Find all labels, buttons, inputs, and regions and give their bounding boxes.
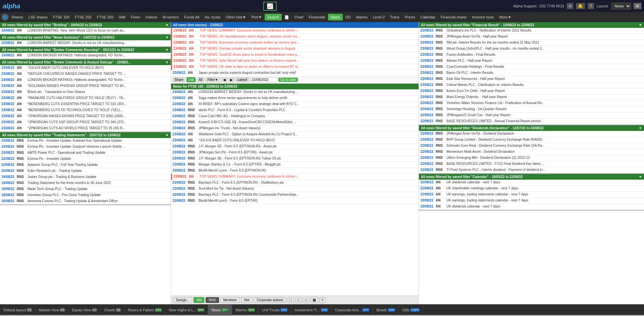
list-item[interactable]: 23/08/22RNSBarclays PLC - Form 8.5 (EPT/… [171,192,419,198]
list-item[interactable]: 22/08/22RNSMomentum Multi-Asset - Divide… [419,149,644,155]
list-item[interactable]: 22/08/22RNSSovereign Housing - 1st Quart… [419,106,644,112]
nav-shares[interactable]: Shares [9,14,26,20]
list-item[interactable]: 23/08/22ANTOP NEWS SUMMARY: Eurozone eco… [171,174,419,180]
bell-icon-btn[interactable]: 🔔 [576,3,585,9]
list-item[interactable]: 22/08/22RNSTI Fluid Systems PLC - Interi… [419,167,644,173]
list-btn[interactable]: List [186,77,196,82]
list-item[interactable]: 23/08/22RNSBaron Oil PLC - Interim Resul… [419,70,644,76]
list-item[interactable]: 23/08/22ANTOP NEWS: South32 drops plans … [171,52,419,58]
tab-default-layout[interactable]: Default layout F5 [0,305,36,315]
nav-chart[interactable]: Chart [292,14,306,20]
list-item[interactable]: 23/08/22RNSJ.P. Morgan SE - Form 8.5 (EP… [171,156,419,162]
left-scroll[interactable]: All news filtered by saved filter "Brief… [0,22,171,304]
list-item[interactable]: 23/08/22AN*JULIUS BAER CUTS UNILEVER TO … [0,65,171,71]
list-item[interactable]: 23/08/22RNSRM plc: Interim Results for t… [419,40,644,46]
nav-other-lists[interactable]: Other lists▼ [223,14,249,20]
tab-market-view[interactable]: Market View F6 [36,305,69,315]
nav-ftse250[interactable]: FTSE 250 [72,14,94,20]
tab-corporate-acti[interactable]: Corporate Acti... CF7 [332,305,373,315]
list-item[interactable]: 23/08/22AN*BERENBERG CUTS FD TECHNOLOGIE… [0,107,171,114]
nav-dd[interactable]: DD [343,14,354,20]
nav-forex[interactable]: Forex [128,14,143,20]
nav-search[interactable]: Search [265,14,282,20]
tab-investment-tr[interactable]: Investment Tr... CF6 [291,305,331,315]
mentions-btn[interactable]: Mentions [220,297,240,303]
list-item[interactable]: 22/08/22RNSUtilico Emerging Mkt - Divide… [419,155,644,161]
list-item[interactable]: 23/08/22RNSJ.P. Morgan SE - Form 8.5 (EP… [171,144,419,150]
list-item[interactable]: 23/08/22ANTOP NEWS: Eurozone economy con… [171,40,419,46]
list-item[interactable]: 23/08/22ANTOP NEWS: John Wood half-year … [171,58,419,64]
list-item[interactable]: 23/08/22RNSCritical Metals PLC - Clarifi… [419,82,644,88]
list-item[interactable]: 23/08/22AN*BERENBERG CUTS ESSENTRA PRICE… [0,101,171,107]
list-item[interactable]: 23/08/22RNSFusion Antibodies - Final Res… [419,52,644,58]
list-item[interactable]: 23/08/22RNSScot.Mort Inv Tst - Net Asset… [171,186,419,192]
list-item[interactable]: 23/08/22ANIN BRIEF: BP's subsidiary Cast… [171,101,419,107]
list-item[interactable]: 23/08/22RNSGlobaltrans Inv PLC - Notific… [419,28,644,34]
list-item[interactable]: 23/08/22RNSEvrima Plc - Investee Update:… [0,138,171,144]
corporate-actions-btn[interactable]: Corporate actions [254,297,286,303]
list-item[interactable]: 19/08/22RNSJoules Group plc - Trading & … [0,174,171,180]
all-btn[interactable]: All [197,77,204,82]
list-item[interactable]: 22/08/22RNSBASE RESOURCES LIMITED - FY22… [419,161,644,167]
view-icon4-btn[interactable]: ▦ [311,297,318,303]
rns-btn[interactable]: RNS [206,297,219,303]
list-item[interactable]: 23/08/22AN*JPMORGAN CUTS AO WORLD PRICE … [0,126,171,132]
nav-prices[interactable]: Prices [402,14,418,20]
list-item[interactable]: 23/08/22ANSaga makes three senior appoin… [171,95,419,101]
list-item[interactable]: 23/08/22AN*JPMORGAN CUTS SSP GROUP PRICE… [0,120,171,126]
latest-btn[interactable]: Latest! [235,77,250,82]
br-scroll[interactable]: ▼ [165,48,169,52]
list-item[interactable]: 23/08/22ANTOP NEWS: UK manufacturers ree… [171,34,419,40]
list-item[interactable]: 18/08/22RNSAeorema Comms PLC - Trading U… [0,198,171,205]
nav-doc[interactable]: 📄 [282,14,292,21]
prev-btn[interactable]: ◀ [221,77,227,82]
list-item[interactable]: 23/08/22RNSBarclays PLC - Form 8.5 (EPT/… [171,180,419,186]
view-icon2-btn[interactable]: □ [295,297,302,303]
list-item[interactable]: 23/08/22 AN LONDON BROKER RATINGS: Halfo… [0,53,171,59]
list-item[interactable]: 19/08/22ANUK dividends calendar - next 7… [419,204,644,210]
nav-trans[interactable]: Trans [387,14,402,20]
list-item[interactable]: 22/08/22RNSYorkshire Water Services Fina… [419,100,644,106]
tab-alarms[interactable]: Alarms SF8 [232,305,259,315]
tab-new-highs[interactable]: New Highs & L... SF6 [165,305,208,315]
ftse-news-list[interactable]: 23/08/22ANLONDON MARKET MIDDAY: Stocks i… [171,89,419,296]
nav-indices[interactable]: Indices [143,14,160,20]
fr-scroll[interactable]: ▼ [639,23,642,27]
list-item[interactable]: 19/08/22RNSMade Tech Group PLC - Trading… [0,186,171,192]
ns-scroll[interactable]: ▼ [165,36,169,39]
list-item[interactable]: 23/08/22RNSBkofA Merrill Lynch - Form 8.… [171,198,419,204]
list-item[interactable]: 23/08/22RNSKraneS ICBCCS SSE S$ - KraneS… [171,120,419,126]
list-item[interactable]: 23/08/22AN*PANMURE CUTS HALFORDS GROUP T… [0,95,171,101]
tab-news[interactable]: News SF7 [208,305,232,315]
nav-news[interactable]: News [328,14,343,20]
list-item[interactable]: 23/08/22ANTOP NEWS: German private secto… [171,46,419,52]
nav-alarms[interactable]: Alarms [353,14,370,20]
next-btn[interactable]: ▶ [228,77,234,82]
nav-ia-sectors[interactable]: IA sectors [160,14,181,20]
list-item[interactable]: 22/08/22RNSBASE RESOURCES LIMITED - Annu… [419,119,644,125]
layout-select[interactable]: News [611,3,631,9]
tab-unit-trusts[interactable]: Unit Trusts CF5 [259,305,291,315]
right-scroll[interactable]: All news filtered by saved filter "Finan… [419,22,644,304]
list-item[interactable]: 23/08/22AN*KEPLER CHEUVREUX RAISES DIAGE… [0,71,171,77]
view-icon3-btn[interactable]: □ [303,297,309,303]
list-item[interactable]: 22/08/22ANUK shareholder meetings calend… [419,186,644,192]
div-scroll[interactable]: ▼ [639,126,642,130]
ts-scroll[interactable]: ▼ [165,133,169,137]
nav-port[interactable]: Port▼ [249,14,265,20]
list-item[interactable]: 23/08/22RNSMorgan Stanley & Co. - Form 8… [171,162,419,168]
list-item[interactable]: 23/08/22RNSAferian PLC - Half-year Repor… [419,58,644,64]
list-item[interactable]: 23/08/22RNSJPMorgan Amer InvTst - Divide… [419,131,644,137]
goto-date-btn[interactable]: Go to date [278,78,298,82]
list-item[interactable]: 22/08/22RNSAptamer Group PLC - Full Year… [0,162,171,168]
nav-lse-shares[interactable]: LSE shares [26,14,50,20]
list-item[interactable]: 23/08/22ANTOP NEWS: UK state to take no … [171,64,419,70]
list-item[interactable]: 23/08/22 AN LONDON BRIEFING: New John Wo… [0,28,171,34]
nav-funds-all[interactable]: Funds All [181,14,202,20]
list-item[interactable]: 23/08/22 AN LONDON MARKET MIDDAY: Stocks… [0,40,171,46]
list-item[interactable]: 23/08/22RNSEast Star Resources - Half-ye… [419,76,644,82]
list-item[interactable]: 23/08/22RNSCyanConnode Holdings - Final … [419,64,644,70]
help-icon2-btn[interactable]: ? [319,297,325,303]
list-item[interactable]: 23/08/22RNSJPMorgan Inv. Trusts - Net As… [171,126,419,132]
list-item[interactable]: 22/08/22RNSJPMorganUS Small Cos - Half-y… [419,112,644,119]
